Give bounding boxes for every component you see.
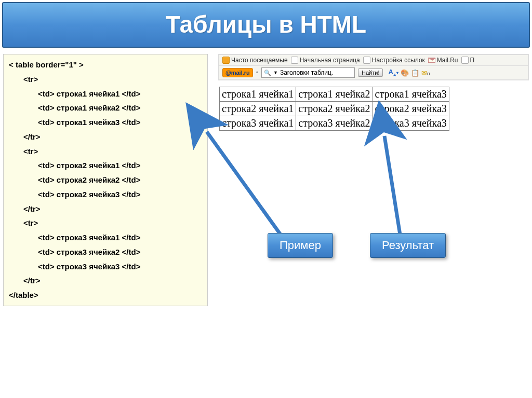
code-line: <td> строка2 ячейка2 </td> (9, 173, 202, 187)
bookmark-links[interactable]: Настройка ссылок (363, 57, 425, 64)
separator: • (256, 69, 258, 76)
code-line: < table border="1" > (9, 58, 202, 72)
code-line: <td> строка1 ячейка1 </td> (9, 87, 202, 101)
code-line: <tr> (9, 216, 202, 230)
code-line: </tr> (9, 202, 202, 216)
bookmark-label: Начальная страница (300, 57, 360, 64)
bookmark-label: Mail.Ru (437, 57, 458, 64)
code-line: <td> строка1 ячейка2 </td> (9, 101, 202, 115)
browser-toolbar: Часто посещаемые Начальная страница Наст… (218, 54, 529, 80)
bookmark-icon (461, 57, 469, 64)
code-line: <td> строка2 ячейка1 </td> (9, 158, 202, 173)
bookmark-icon (222, 57, 230, 64)
code-line: <td> строка2 ячейка3 </td> (9, 187, 202, 202)
table-cell: строка1 ячейка3 (373, 87, 449, 102)
search-icon (264, 69, 271, 76)
bookmark-label: П (470, 57, 475, 64)
mail-logo[interactable]: @mail.ru (222, 68, 253, 77)
bookmark-mailru[interactable]: Mail.Ru (428, 57, 458, 64)
table-row: строка1 ячейка1 строка1 ячейка2 строка1 … (220, 87, 449, 102)
table-cell: строка1 ячейка2 (296, 87, 373, 102)
code-line: </tr> (9, 273, 202, 288)
bookmark-label: Часто посещаемые (231, 57, 288, 64)
slide-title: Таблицы в HTML (2, 2, 530, 48)
bookmark-cut[interactable]: П (461, 57, 475, 64)
bookmarks-bar: Часто посещаемые Начальная страница Наст… (219, 55, 528, 66)
bookmark-label: Настройка ссылок (372, 57, 425, 64)
code-line: <tr> (9, 144, 202, 159)
palette-icon[interactable]: 🎨 (401, 69, 409, 77)
callout-result: Результат (370, 233, 446, 258)
code-line: <td> строка3 ячейка2 </td> (9, 245, 202, 259)
code-panel: < table border="1" > <tr> <td> строка1 я… (3, 54, 208, 306)
search-text: Заголовки таблиц. (280, 69, 333, 76)
clipboard-icon[interactable]: 📋 (411, 69, 419, 77)
search-input[interactable]: ▼ Заголовки таблиц. (261, 67, 355, 78)
table-cell: строка2 ячейка1 (220, 102, 296, 116)
svg-line-1 (384, 136, 400, 235)
table-cell: строка2 ячейка2 (296, 102, 373, 116)
table-row: строка2 ячейка1 строка2 ячейка2 строка2 … (220, 102, 449, 116)
dropdown-icon[interactable]: ▼ (273, 70, 278, 75)
bookmark-icon (363, 57, 370, 64)
bookmark-start[interactable]: Начальная страница (291, 57, 360, 64)
bookmark-frequent[interactable]: Часто посещаемые (222, 57, 288, 64)
svg-line-0 (207, 132, 281, 235)
search-bar: @mail.ru • ▼ Заголовки таблиц. Найти! AA… (219, 66, 528, 79)
code-line: <td> строка3 ячейка3 </td> (9, 259, 202, 274)
arrow-result (364, 127, 426, 241)
mail-icon (428, 58, 435, 63)
font-size-icon[interactable]: AA▾ (388, 68, 398, 77)
table-cell: строка2 ячейка3 (373, 102, 449, 116)
bookmark-icon (291, 57, 298, 64)
code-line: <td> строка1 ячейка3 </td> (9, 115, 202, 130)
mail-icon[interactable]: ✉П (421, 69, 430, 77)
result-panel: Часто посещаемые Начальная страница Наст… (218, 54, 529, 306)
find-button[interactable]: Найти! (358, 68, 383, 77)
table-cell: строка1 ячейка1 (220, 87, 296, 102)
code-line: </tr> (9, 130, 202, 144)
code-line: </table> (9, 288, 202, 303)
content-area: < table border="1" > <tr> <td> строка1 я… (0, 50, 532, 310)
callout-example: Пример (268, 233, 333, 258)
code-line: <tr> (9, 72, 202, 87)
arrow-example (192, 121, 286, 241)
table-cell: строка3 ячейка2 (296, 116, 373, 131)
code-line: <td> строка3 ячейка1 </td> (9, 230, 202, 245)
